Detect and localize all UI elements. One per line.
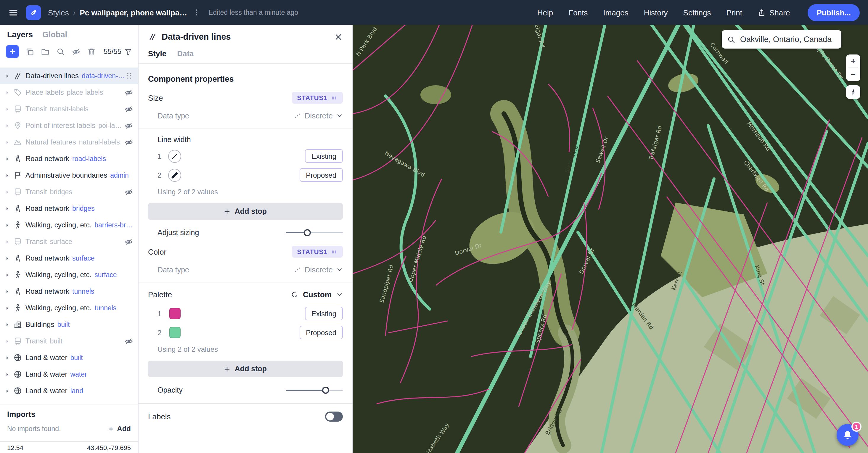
style-title[interactable]: Pc wallpaper, phone wallpa… xyxy=(80,8,187,17)
layer-row[interactable]: Natural featuresnatural-labels xyxy=(0,134,138,150)
visibility-off-icon[interactable] xyxy=(124,121,133,130)
close-icon[interactable] xyxy=(334,32,343,41)
layer-row[interactable]: Transitbridges xyxy=(0,184,138,200)
labels-toggle[interactable] xyxy=(325,412,343,422)
disclosure-caret-icon[interactable] xyxy=(5,206,10,211)
add-stop-button[interactable]: Add stop xyxy=(148,203,343,220)
notifications-button[interactable]: 1 xyxy=(837,424,859,446)
layer-row[interactable]: Data-driven linesdata-driven-line xyxy=(0,67,138,84)
stop-value-chip[interactable]: Proposed xyxy=(299,326,343,339)
slider-handle[interactable] xyxy=(322,387,329,394)
add-import-button[interactable]: Add xyxy=(107,425,131,433)
disclosure-caret-icon[interactable] xyxy=(5,289,10,294)
mapbox-logo[interactable] xyxy=(26,5,41,20)
disclosure-caret-icon[interactable] xyxy=(5,189,10,194)
disclosure-caret-icon[interactable] xyxy=(5,123,10,128)
disclosure-caret-icon[interactable] xyxy=(5,140,10,145)
layer-row[interactable]: Walking, cycling, etc.barriers-bridges xyxy=(0,217,138,233)
layer-row[interactable]: Land & waterbuilt xyxy=(0,350,138,366)
disclosure-caret-icon[interactable] xyxy=(5,106,10,112)
tab-layers[interactable]: Layers xyxy=(7,30,33,39)
menu-history[interactable]: History xyxy=(644,8,668,17)
visibility-off-icon[interactable] xyxy=(124,104,133,113)
disclosure-caret-icon[interactable] xyxy=(5,322,10,327)
disclosure-caret-icon[interactable] xyxy=(5,222,10,228)
stop-value-chip[interactable]: Proposed xyxy=(299,168,343,182)
add-stop-button[interactable]: Add stop xyxy=(148,361,343,377)
inspect-layer-icon[interactable] xyxy=(56,47,65,56)
menu-icon[interactable] xyxy=(8,7,18,18)
size-field-chip[interactable]: STATUS1 xyxy=(291,92,343,103)
disclosure-caret-icon[interactable] xyxy=(5,388,10,393)
layer-row[interactable]: Place labelsplace-labels xyxy=(0,84,138,101)
stop-value-chip[interactable]: Existing xyxy=(305,307,343,320)
layer-row[interactable]: Road networksurface xyxy=(0,250,138,267)
breadcrumb-styles[interactable]: Styles xyxy=(48,8,69,17)
layer-row[interactable]: Transitbuilt xyxy=(0,333,138,350)
style-menu-kebab-icon[interactable] xyxy=(192,8,201,17)
group-layers-icon[interactable] xyxy=(41,47,50,56)
tab-data[interactable]: Data xyxy=(177,47,194,63)
disclosure-caret-icon[interactable] xyxy=(5,272,10,277)
disclosure-caret-icon[interactable] xyxy=(5,305,10,310)
filter-icon[interactable] xyxy=(124,48,132,55)
disclosure-caret-icon[interactable] xyxy=(5,173,10,178)
color-swatch-proposed[interactable] xyxy=(169,327,181,338)
disclosure-caret-icon[interactable] xyxy=(5,73,10,79)
slider-handle[interactable] xyxy=(304,229,311,236)
share-button[interactable]: Share xyxy=(757,8,790,17)
adjust-sizing-slider[interactable] xyxy=(286,229,343,236)
menu-help[interactable]: Help xyxy=(537,8,553,17)
visibility-off-icon[interactable] xyxy=(124,138,133,147)
layer-row[interactable]: Road networkroad-labels xyxy=(0,150,138,167)
color-datatype-select[interactable]: Discrete xyxy=(294,265,343,274)
layer-row[interactable]: Administrative boundariesadmin xyxy=(0,167,138,184)
zoom-out-button[interactable]: − xyxy=(846,68,860,81)
tab-style[interactable]: Style xyxy=(148,47,166,63)
layer-row[interactable]: Land & waterland xyxy=(0,383,138,398)
visibility-off-icon[interactable] xyxy=(124,187,133,196)
search-input[interactable]: Oakville, Ontario, Canada xyxy=(740,35,832,44)
menu-images[interactable]: Images xyxy=(603,8,628,17)
delete-layer-icon[interactable] xyxy=(87,47,96,56)
geocoder-search[interactable]: Oakville, Ontario, Canada xyxy=(722,30,841,49)
disclosure-caret-icon[interactable] xyxy=(5,371,10,377)
disclosure-caret-icon[interactable] xyxy=(5,355,10,360)
menu-print[interactable]: Print xyxy=(726,8,742,17)
stop-value-chip[interactable]: Existing xyxy=(305,149,343,163)
color-field-chip[interactable]: STATUS1 xyxy=(291,246,343,258)
color-swatch-existing[interactable] xyxy=(169,308,181,319)
zoom-in-button[interactable]: + xyxy=(846,55,860,67)
tab-global[interactable]: Global xyxy=(42,30,67,39)
disclosure-caret-icon[interactable] xyxy=(5,239,10,244)
disclosure-caret-icon[interactable] xyxy=(5,90,10,95)
line-width-swatch-thick[interactable] xyxy=(168,169,181,181)
layer-row[interactable]: Transitsurface xyxy=(0,233,138,250)
layer-row[interactable]: Point of interest labelspoi-labels xyxy=(0,117,138,134)
toggle-visibility-icon[interactable] xyxy=(72,47,81,56)
layer-row[interactable]: Road networktunnels xyxy=(0,283,138,300)
menu-settings[interactable]: Settings xyxy=(683,8,711,17)
add-layer-button[interactable] xyxy=(6,45,19,58)
layer-row[interactable]: Walking, cycling, etc.surface xyxy=(0,267,138,283)
visibility-off-icon[interactable] xyxy=(124,88,133,97)
disclosure-caret-icon[interactable] xyxy=(5,338,10,344)
disclosure-caret-icon[interactable] xyxy=(5,156,10,161)
size-datatype-select[interactable]: Discrete xyxy=(294,111,343,120)
compass-button[interactable] xyxy=(846,85,860,99)
layer-row[interactable]: Buildingsbuilt xyxy=(0,316,138,333)
map-canvas[interactable]: N Park Blvdfalgar RdCornwallMaple Grove … xyxy=(353,25,868,453)
opacity-slider[interactable] xyxy=(286,387,343,394)
layer-row[interactable]: Land & waterwater xyxy=(0,366,138,383)
visibility-off-icon[interactable] xyxy=(124,237,133,246)
drag-handle-icon[interactable] xyxy=(125,72,133,80)
line-width-swatch-thin[interactable] xyxy=(168,150,181,162)
layer-row[interactable]: Transittransit-labels xyxy=(0,101,138,117)
menu-fonts[interactable]: Fonts xyxy=(568,8,588,17)
layer-row[interactable]: Road networkbridges xyxy=(0,200,138,217)
visibility-off-icon[interactable] xyxy=(124,337,133,345)
publish-button[interactable]: Publish... xyxy=(808,4,860,21)
disclosure-caret-icon[interactable] xyxy=(5,255,10,261)
duplicate-layer-icon[interactable] xyxy=(26,47,34,56)
layer-row[interactable]: Walking, cycling, etc.tunnels xyxy=(0,300,138,316)
